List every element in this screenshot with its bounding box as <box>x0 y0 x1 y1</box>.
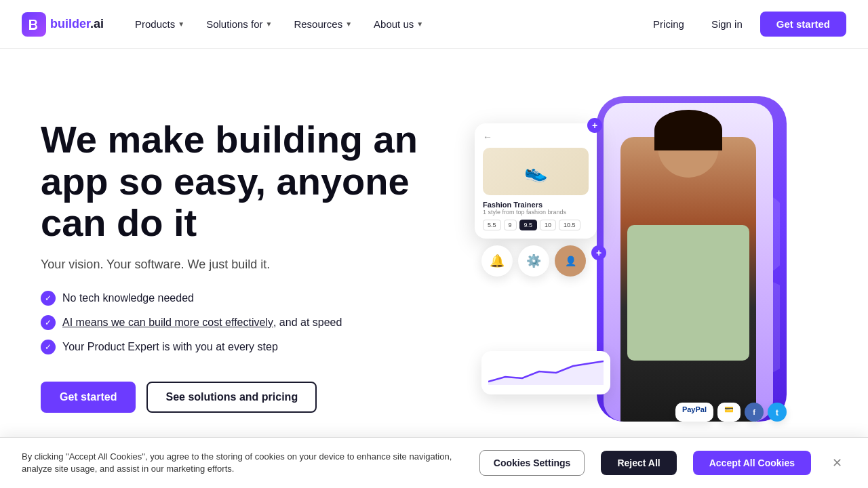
feature-item-1: ✓ No tech knowledge needed <box>41 291 434 306</box>
logo-text: builder.ai <box>50 17 104 31</box>
card-header: ← <box>483 131 589 142</box>
chart-card <box>481 351 610 394</box>
check-icon-3: ✓ <box>41 340 56 354</box>
product-subtitle: 1 style from top fashion brands <box>483 209 589 216</box>
feature-item-2: ✓ AI means we can build more cost effect… <box>41 315 434 330</box>
hero-right: B + ← 👟 Fashion Traine <box>434 89 827 442</box>
check-icon-2: ✓ <box>41 315 56 330</box>
person-hair <box>654 110 722 150</box>
nav-pricing[interactable]: Pricing <box>644 13 694 35</box>
get-started-hero-button[interactable]: Get started <box>41 382 136 413</box>
chevron-down-icon: ▼ <box>345 20 352 28</box>
check-icon-1: ✓ <box>41 291 56 306</box>
cookie-close-button[interactable]: ✕ <box>827 453 846 469</box>
size-10[interactable]: 10 <box>540 220 556 230</box>
paypal-badge: PayPal <box>675 403 713 422</box>
payment-badges: PayPal 💳 f t <box>675 403 787 422</box>
size-9-5-active[interactable]: 9.5 <box>519 220 538 230</box>
person-image <box>604 103 773 422</box>
notification-row: 🔔 ⚙️ 👤 + <box>481 245 606 277</box>
gear-icon: ⚙️ <box>518 245 549 277</box>
circle-badge-1: f <box>745 403 764 422</box>
feature-text-3: Your Product Expert is with you at every… <box>62 341 278 353</box>
size-5-5[interactable]: 5.5 <box>483 220 501 230</box>
card-badge: 💳 <box>717 403 741 422</box>
signin-button[interactable]: Sign in <box>699 13 755 35</box>
size-selector: 5.5 9 9.5 10 10.5 <box>483 220 589 230</box>
nav-products[interactable]: Products ▼ <box>125 13 194 35</box>
chart-svg <box>488 358 604 385</box>
nav-solutions[interactable]: Solutions for ▼ <box>197 13 281 35</box>
person-sweater <box>627 225 749 361</box>
add-icon: + <box>591 245 606 260</box>
logo-icon <box>22 12 46 37</box>
chevron-down-icon: ▼ <box>416 20 423 28</box>
accept-all-cookies-button[interactable]: Accept All Cookies <box>693 451 811 469</box>
back-arrow-icon: ← <box>483 131 492 142</box>
hero-illustration: B + ← 👟 Fashion Traine <box>475 96 787 435</box>
cookie-banner: By clicking "Accept All Cookies", you ag… <box>0 437 868 469</box>
solutions-pricing-button[interactable]: See solutions and pricing <box>146 382 317 413</box>
hero-section: We make building an app so easy, anyone … <box>0 49 868 469</box>
circle-badge-2: t <box>768 403 787 422</box>
reject-all-button[interactable]: Reject All <box>601 451 676 469</box>
navbar: builder.ai Products ▼ Solutions for ▼ Re… <box>0 0 868 49</box>
hero-subtitle: Your vision. Your software. We just buil… <box>41 258 434 272</box>
get-started-nav-button[interactable]: Get started <box>760 12 846 37</box>
logo[interactable]: builder.ai <box>22 12 104 37</box>
avatar-icon: 👤 <box>555 245 586 277</box>
feature-text-1: No tech knowledge needed <box>62 292 194 304</box>
feature-text-2: AI means we can build more cost effectiv… <box>62 317 342 329</box>
cookies-settings-button[interactable]: Cookies Settings <box>479 450 585 469</box>
nav-resources[interactable]: Resources ▼ <box>284 13 361 35</box>
size-9[interactable]: 9 <box>504 220 517 230</box>
product-title: Fashion Trainers <box>483 201 589 209</box>
nav-links: Products ▼ Solutions for ▼ Resources ▼ A… <box>125 13 644 35</box>
chevron-down-icon: ▼ <box>266 20 273 28</box>
add-badge: + <box>587 118 602 133</box>
nav-about[interactable]: About us ▼ <box>364 13 433 35</box>
hero-left: We make building an app so easy, anyone … <box>41 119 434 413</box>
size-10-5[interactable]: 10.5 <box>559 220 580 230</box>
hero-cta: Get started See solutions and pricing <box>41 382 434 413</box>
app-card: + ← 👟 Fashion Trainers 1 style from top … <box>475 123 597 239</box>
hero-title: We make building an app so easy, anyone … <box>41 119 434 244</box>
bell-icon: 🔔 <box>481 245 513 277</box>
cookie-text: By clicking "Accept All Cookies", you ag… <box>22 451 463 469</box>
feature-list: ✓ No tech knowledge needed ✓ AI means we… <box>41 291 434 354</box>
product-image: 👟 <box>483 148 589 195</box>
chevron-down-icon: ▼ <box>178 20 184 28</box>
nav-right: Pricing Sign in Get started <box>644 12 846 37</box>
feature-item-3: ✓ Your Product Expert is with you at eve… <box>41 340 434 354</box>
ai-cost-link[interactable]: AI means we can build more cost effectiv… <box>62 317 273 328</box>
